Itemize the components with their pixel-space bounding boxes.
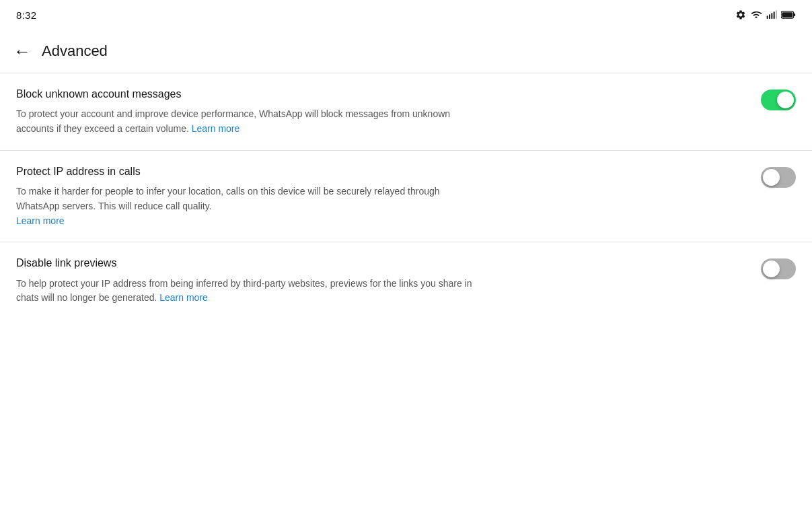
setting-text-disable-link-preview: Disable link previews To help protect yo…	[16, 256, 501, 306]
setting-description-protect-ip: To make it harder for people to infer yo…	[16, 184, 479, 228]
setting-item-disable-link-preview: Disable link previews To help protect yo…	[0, 242, 812, 319]
app-header: ← Advanced	[0, 30, 812, 73]
setting-title-block-unknown: Block unknown account messages	[16, 87, 479, 102]
setting-description-disable-link-preview: To help protect your IP address from bei…	[16, 277, 479, 306]
setting-title-protect-ip: Protect IP address in calls	[16, 164, 479, 179]
signal-icon	[766, 9, 777, 20]
toggle-protect-ip[interactable]	[761, 167, 796, 188]
toggle-disable-link-preview[interactable]	[761, 258, 796, 279]
page-title: Advanced	[42, 42, 108, 60]
learn-more-block-unknown[interactable]: Learn more	[192, 123, 240, 134]
toggle-block-unknown[interactable]	[761, 90, 796, 110]
setting-text-block-unknown: Block unknown account messages To protec…	[16, 87, 501, 137]
svg-rect-7	[794, 13, 795, 16]
status-icons	[735, 9, 796, 20]
toggle-container-protect-ip	[761, 164, 796, 188]
settings-content: Block unknown account messages To protec…	[0, 73, 812, 319]
setting-text-protect-ip: Protect IP address in calls To make it h…	[16, 164, 501, 228]
status-time: 8:32	[16, 9, 36, 21]
wifi-icon	[750, 9, 762, 20]
back-button[interactable]: ←	[13, 42, 31, 60]
svg-rect-0	[767, 15, 768, 19]
toggle-container-disable-link-preview	[761, 256, 796, 279]
setting-title-disable-link-preview: Disable link previews	[16, 256, 479, 271]
learn-more-disable-link-preview[interactable]: Learn more	[159, 292, 208, 303]
toggle-thumb-protect-ip	[763, 169, 780, 186]
svg-rect-4	[776, 10, 777, 19]
status-bar: 8:32	[0, 0, 812, 30]
svg-rect-2	[771, 13, 772, 19]
learn-more-protect-ip[interactable]: Learn more	[16, 215, 65, 226]
setting-description-block-unknown: To protect your account and improve devi…	[16, 107, 479, 136]
battery-icon	[781, 10, 796, 20]
setting-item-block-unknown: Block unknown account messages To protec…	[0, 73, 812, 150]
svg-rect-1	[769, 14, 770, 19]
svg-rect-3	[774, 11, 775, 19]
toggle-container-block-unknown	[761, 87, 796, 110]
setting-item-protect-ip: Protect IP address in calls To make it h…	[0, 151, 812, 242]
gear-icon	[735, 9, 746, 20]
toggle-thumb-block-unknown	[777, 92, 794, 108]
svg-rect-6	[782, 12, 792, 18]
